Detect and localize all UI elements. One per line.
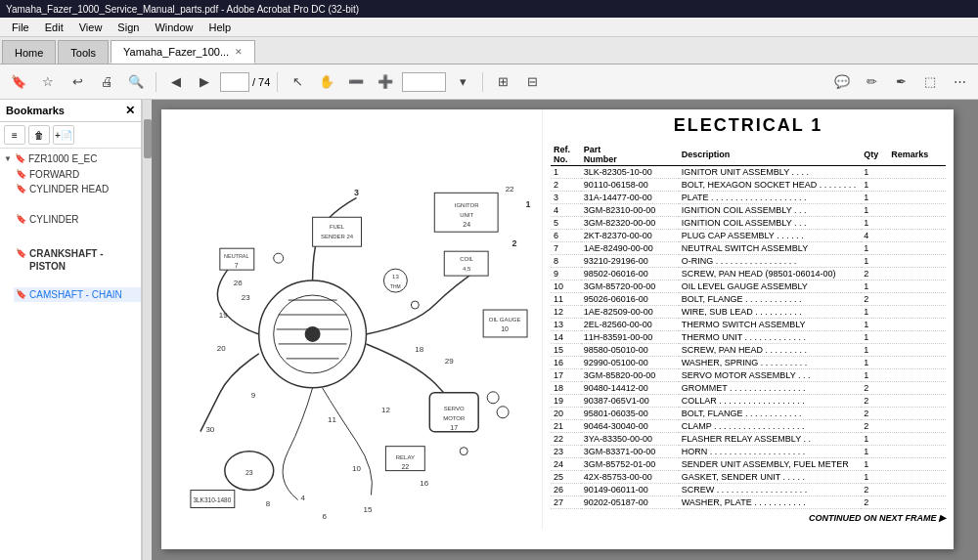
toolbar-sep-2 — [277, 72, 278, 92]
more-tools-btn[interactable]: ⋯ — [947, 69, 972, 95]
sidebar-scroll-thumb[interactable] — [144, 119, 152, 158]
menu-help[interactable]: Help — [201, 22, 240, 33]
table-row: 2190464-30040-00CLAMP . . . . . . . . . … — [551, 420, 946, 433]
sidebar-options-btn[interactable]: ≡ — [4, 125, 25, 145]
tab-document[interactable]: Yamaha_Fazer_100... ✕ — [111, 40, 255, 64]
toolbar-search-btn[interactable]: 🔍 — [123, 69, 149, 95]
parts-table-area: ELECTRICAL 1 Ref.No. PartNumber Descript… — [543, 109, 954, 549]
sidebar-scrollbar[interactable] — [142, 100, 152, 560]
bookmark-fzr1000[interactable]: ▼ 🔖 FZR1000 E_EC — [0, 151, 141, 167]
bookmark-cylinder[interactable]: 🔖 CYLINDER — [14, 212, 141, 227]
sidebar-header: Bookmarks ✕ — [0, 100, 141, 122]
svg-text:26: 26 — [234, 279, 243, 287]
svg-text:29: 29 — [445, 357, 454, 366]
parts-table: Ref.No. PartNumber Description Qty Remar… — [551, 144, 946, 509]
sidebar-close-btn[interactable]: ✕ — [125, 104, 135, 117]
table-row: 331A-14477-00-00PLATE . . . . . . . . . … — [551, 192, 946, 204]
svg-text:20: 20 — [217, 344, 226, 353]
svg-text:10: 10 — [501, 325, 509, 332]
menu-file[interactable]: File — [4, 22, 37, 33]
svg-text:11: 11 — [328, 415, 336, 424]
toolbar-print-btn[interactable]: 🖨 — [94, 69, 119, 95]
sidebar: Bookmarks ✕ ≡ 🗑 +📄 ▼ 🔖 FZR1000 E_EC 🔖 FO… — [0, 100, 142, 560]
table-row: 1411H-83591-00-00THERMO UNIT . . . . . .… — [551, 331, 946, 344]
sidebar-add-btn[interactable]: +📄 — [53, 125, 74, 145]
toolbar-back-btn[interactable]: ↩ — [65, 69, 90, 95]
page-title: ELECTRICAL 1 — [551, 115, 946, 136]
menu-sign[interactable]: Sign — [110, 22, 147, 33]
zoom-out-btn[interactable]: ➖ — [343, 69, 369, 95]
svg-rect-13 — [444, 251, 488, 276]
bookmark-cylinder-head[interactable]: 🔖 CYLINDER HEAD — [14, 182, 141, 196]
svg-text:COIL: COIL — [460, 256, 474, 262]
svg-text:SERVO: SERVO — [444, 406, 465, 411]
sidebar-delete-btn[interactable]: 🗑 — [28, 125, 50, 145]
prev-page-btn[interactable]: ◀ — [163, 69, 189, 95]
svg-text:3: 3 — [354, 188, 359, 197]
table-row: 2690149-06011-00SCREW . . . . . . . . . … — [551, 484, 946, 496]
zoom-input[interactable]: 66.7% — [402, 72, 446, 92]
menu-window[interactable]: Window — [147, 22, 200, 33]
svg-text:4,5: 4,5 — [463, 266, 471, 272]
tab-close-button[interactable]: ✕ — [235, 47, 243, 57]
svg-text:FUEL: FUEL — [330, 224, 345, 230]
svg-text:16: 16 — [420, 479, 428, 488]
cursor-tool-btn[interactable]: ↖ — [285, 69, 310, 95]
svg-text:22: 22 — [401, 463, 409, 470]
table-row: 43GM-82310-00-00IGNITION COIL ASSEMBLY .… — [551, 204, 946, 217]
table-row: 998502-06016-00SCREW, PAN HEAD (98501-06… — [551, 268, 946, 280]
share-btn[interactable]: ⬚ — [917, 69, 943, 95]
table-row: 1598580-05010-00SCREW, PAN HEAD . . . . … — [551, 344, 946, 357]
svg-text:17: 17 — [450, 424, 458, 431]
col-header-ref: Ref.No. — [551, 144, 581, 166]
bookmark-tree: ▼ 🔖 FZR1000 E_EC 🔖 FORWARD 🔖 CYLINDER HE… — [0, 149, 141, 304]
bookmark-camshaft[interactable]: 🔖 CAMSHAFT - CHAIN — [14, 287, 141, 302]
svg-text:7: 7 — [235, 262, 239, 269]
collapse-icon[interactable]: ▼ — [4, 154, 12, 163]
toolbar-bookmark-btn[interactable]: 🔖 — [6, 69, 31, 95]
fit-page-btn[interactable]: ⊞ — [490, 69, 515, 95]
tab-home-label: Home — [15, 47, 43, 59]
svg-text:1: 1 — [526, 199, 531, 209]
spreadsheet-btn[interactable]: ⊟ — [519, 69, 545, 95]
menu-view[interactable]: View — [71, 22, 111, 33]
page-separator: / — [252, 76, 255, 88]
parts-diagram: IGNITOR UNIT 24 COIL 4,5 23 SERVO MOTOR … — [161, 109, 542, 530]
bookmark-crankshaft[interactable]: 🔖 CRANKSHAFT - PISTON — [14, 246, 141, 274]
tab-tools[interactable]: Tools — [58, 40, 109, 64]
bookmark-forward[interactable]: 🔖 FORWARD — [14, 167, 141, 182]
tab-tools-label: Tools — [70, 47, 96, 59]
tab-home[interactable]: Home — [2, 40, 56, 64]
sidebar-tools: ≡ 🗑 +📄 — [0, 122, 141, 149]
svg-text:22: 22 — [506, 185, 514, 194]
tab-document-label: Yamaha_Fazer_100... — [123, 46, 229, 58]
zoom-in-btn[interactable]: ➕ — [373, 69, 398, 95]
table-row: 71AE-82490-00-00NEUTRAL SWITCH ASSEMBLY1 — [551, 242, 946, 255]
svg-text:3LK310-1480: 3LK310-1480 — [193, 496, 231, 503]
svg-text:23: 23 — [242, 293, 250, 302]
title-bar: Yamaha_Fazer_1000_Service_Manual_parts.p… — [0, 0, 978, 18]
page-number-input[interactable]: 71 — [220, 72, 249, 92]
table-row: 62KT-82370-00-00PLUG CAP ASSEMBLY . . . … — [551, 230, 946, 242]
annotation-btn[interactable]: ✏ — [859, 69, 884, 95]
comment-btn[interactable]: 💬 — [829, 69, 855, 95]
toolbar-star-btn[interactable]: ☆ — [35, 69, 61, 95]
svg-text:OIL GAUGE: OIL GAUGE — [489, 317, 521, 323]
bookmark-icon-cam: 🔖 — [16, 289, 26, 299]
bookmark-icon-forward: 🔖 — [16, 169, 26, 179]
svg-text:30: 30 — [205, 425, 214, 434]
col-header-part: PartNumber — [581, 144, 679, 166]
toolbar-nav: ◀ ▶ 71 / 74 — [163, 69, 270, 95]
hand-tool-btn[interactable]: ✋ — [314, 69, 339, 95]
svg-rect-25 — [313, 217, 362, 246]
next-page-btn[interactable]: ▶ — [192, 69, 217, 95]
svg-text:MOTOR: MOTOR — [443, 415, 466, 421]
table-row: 1692990-05100-00WASHER, SPRING . . . . .… — [551, 357, 946, 369]
menu-edit[interactable]: Edit — [37, 22, 71, 33]
svg-text:10: 10 — [352, 464, 361, 473]
svg-text:23: 23 — [245, 469, 253, 476]
col-header-rem: Remarks — [888, 144, 946, 166]
zoom-dropdown-btn[interactable]: ▾ — [450, 69, 475, 95]
pencil-btn[interactable]: ✒ — [888, 69, 913, 95]
sidebar-content: ▼ 🔖 FZR1000 E_EC 🔖 FORWARD 🔖 CYLINDER HE… — [0, 149, 141, 560]
